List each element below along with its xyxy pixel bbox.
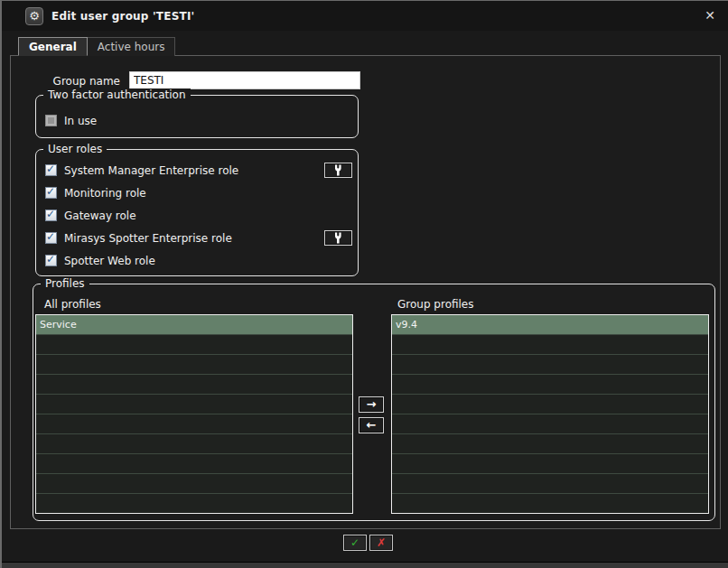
general-tab-panel: Group name Two factor authentication In … xyxy=(10,55,721,529)
list-row-empty[interactable] xyxy=(392,355,708,375)
list-row-empty[interactable] xyxy=(36,494,352,514)
group-profiles-list: v9.4 xyxy=(391,314,709,514)
role-checkbox[interactable] xyxy=(45,232,57,244)
list-item-service[interactable]: Service xyxy=(36,315,352,335)
group-name-input[interactable] xyxy=(129,71,360,89)
list-item-v94[interactable]: v9.4 xyxy=(392,315,708,335)
move-left-button[interactable]: ← xyxy=(359,417,384,433)
list-row-empty[interactable] xyxy=(36,355,352,375)
gears-icon: ⚙ xyxy=(25,7,43,25)
profiles-groupbox: Profiles All profiles Group profiles Ser… xyxy=(33,284,715,521)
two-factor-legend: Two factor authentication xyxy=(43,88,191,101)
list-row-empty[interactable] xyxy=(36,434,352,454)
two-factor-groupbox: Two factor authentication In use xyxy=(35,95,359,138)
list-row-empty[interactable] xyxy=(36,395,352,414)
tab-general[interactable]: General xyxy=(18,37,88,56)
role-label: System Manager Enterprise role xyxy=(64,164,238,177)
role-row: Mirasys Spotter Enterprise role xyxy=(45,230,352,246)
move-right-button[interactable]: → xyxy=(359,396,384,413)
role-row: Monitoring role xyxy=(45,185,352,200)
check-icon: ✓ xyxy=(350,536,359,549)
title-bar: ⚙ Edit user group 'TESTI' ✕ xyxy=(2,1,728,31)
wrench-icon xyxy=(333,232,343,244)
role-row: System Manager Enterprise role xyxy=(45,163,352,178)
arrow-left-icon: ← xyxy=(367,418,377,432)
arrow-right-icon: → xyxy=(367,397,377,411)
role-settings-button[interactable] xyxy=(324,163,352,178)
cross-icon: ✗ xyxy=(377,536,386,549)
role-row: Gateway role xyxy=(45,208,352,223)
list-row-empty[interactable] xyxy=(392,494,708,514)
list-row-empty[interactable] xyxy=(392,454,708,474)
list-row-empty[interactable] xyxy=(392,474,708,494)
all-profiles-list: Service xyxy=(35,314,353,514)
dialog-window: ⚙ Edit user group 'TESTI' ✕ General Acti… xyxy=(0,0,728,568)
role-checkbox[interactable] xyxy=(45,210,57,221)
cancel-button[interactable]: ✗ xyxy=(369,535,393,551)
role-label: Monitoring role xyxy=(64,187,146,200)
group-name-label: Group name xyxy=(11,75,120,88)
role-checkbox[interactable] xyxy=(45,255,57,266)
list-row-empty[interactable] xyxy=(36,454,352,474)
tab-active-hours[interactable]: Active hours xyxy=(88,37,176,56)
role-row: Spotter Web role xyxy=(45,253,352,268)
role-label: Gateway role xyxy=(64,210,136,222)
role-settings-button[interactable] xyxy=(324,230,352,246)
list-row-empty[interactable] xyxy=(36,375,352,395)
role-label: Spotter Web role xyxy=(64,255,155,267)
role-checkbox[interactable] xyxy=(45,187,57,199)
role-checkbox[interactable] xyxy=(45,164,57,176)
tab-strip: General Active hours xyxy=(18,37,175,56)
group-profiles-label: Group profiles xyxy=(397,298,474,311)
close-icon[interactable]: ✕ xyxy=(702,7,718,23)
list-row-empty[interactable] xyxy=(392,414,708,434)
list-row-empty[interactable] xyxy=(392,375,708,395)
profiles-legend: Profiles xyxy=(41,277,89,290)
wrench-icon xyxy=(333,164,343,176)
role-label: Mirasys Spotter Enterprise role xyxy=(64,232,232,245)
list-row-empty[interactable] xyxy=(392,335,708,355)
all-profiles-label: All profiles xyxy=(44,298,101,311)
ok-button[interactable]: ✓ xyxy=(343,535,367,551)
user-roles-list: System Manager Enterprise role Monitorin… xyxy=(45,163,352,268)
in-use-label: In use xyxy=(64,115,97,127)
user-roles-groupbox: User roles System Manager Enterprise rol… xyxy=(35,149,359,276)
list-row-empty[interactable] xyxy=(36,414,352,434)
list-row-empty[interactable] xyxy=(392,434,708,454)
window-title: Edit user group 'TESTI' xyxy=(51,10,194,23)
user-roles-legend: User roles xyxy=(43,143,107,155)
list-row-empty[interactable] xyxy=(392,395,708,414)
in-use-row: In use xyxy=(45,113,97,128)
list-row-empty[interactable] xyxy=(36,335,352,355)
in-use-checkbox[interactable] xyxy=(45,115,57,126)
list-row-empty[interactable] xyxy=(36,474,352,494)
window-bottom-edge xyxy=(2,562,728,568)
